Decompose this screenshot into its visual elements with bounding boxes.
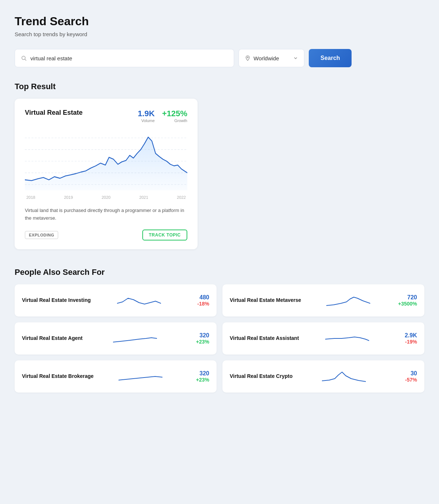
related-growth: -57% bbox=[395, 377, 417, 383]
mini-chart bbox=[119, 368, 162, 385]
related-card[interactable]: Virtual Real Estate Assistant 2.9K -19% bbox=[222, 322, 424, 355]
page-subtitle: Search top trends by keyword bbox=[15, 31, 424, 37]
keyword-input[interactable] bbox=[30, 55, 228, 61]
top-result-card: Virtual Real Estate 1.9K Volume +125% Gr… bbox=[15, 99, 198, 249]
related-card-title: Virtual Real Estate Assistant bbox=[230, 335, 299, 342]
related-volume: 320 bbox=[187, 370, 209, 377]
related-growth: -18% bbox=[187, 301, 209, 307]
volume-value: 1.9K bbox=[138, 109, 154, 118]
related-stats: 320 +23% bbox=[187, 370, 209, 383]
x-label-2020: 2020 bbox=[102, 195, 110, 200]
search-bar: Worldwide Search bbox=[15, 49, 424, 67]
growth-value: +125% bbox=[162, 109, 187, 118]
location-label: Worldwide bbox=[254, 55, 290, 61]
search-button[interactable]: Search bbox=[309, 49, 352, 67]
related-stats: 720 +3500% bbox=[395, 294, 417, 307]
related-card-title: Virtual Real Estate Crypto bbox=[230, 373, 293, 380]
related-volume: 320 bbox=[187, 332, 209, 339]
related-stats: 320 +23% bbox=[187, 332, 209, 345]
x-axis-labels: 2018 2019 2020 2021 2022 bbox=[25, 195, 187, 200]
exploding-badge: EXPLODING bbox=[25, 231, 58, 239]
volume-label: Volume bbox=[138, 118, 154, 123]
card-footer: EXPLODING TRACK TOPIC bbox=[25, 230, 187, 240]
mini-chart bbox=[113, 330, 157, 347]
mini-chart bbox=[117, 292, 161, 309]
card-header: Virtual Real Estate 1.9K Volume +125% Gr… bbox=[25, 109, 187, 123]
track-topic-button[interactable]: TRACK TOPIC bbox=[142, 230, 187, 240]
related-card[interactable]: Virtual Real Estate Metaverse 720 +3500% bbox=[222, 284, 424, 317]
related-growth: +23% bbox=[187, 339, 209, 345]
related-card[interactable]: Virtual Real Estate Crypto 30 -57% bbox=[222, 360, 424, 393]
related-card[interactable]: Virtual Real Estate Investing 480 -18% bbox=[15, 284, 217, 317]
growth-stat: +125% Growth bbox=[162, 109, 187, 123]
location-dropdown[interactable]: Worldwide bbox=[239, 49, 304, 67]
people-also-grid: Virtual Real Estate Investing 480 -18% V… bbox=[15, 284, 424, 393]
related-stats: 2.9K -19% bbox=[395, 332, 417, 345]
search-icon bbox=[21, 55, 27, 61]
volume-stat: 1.9K Volume bbox=[138, 109, 154, 123]
related-card-title: Virtual Real Estate Metaverse bbox=[230, 297, 301, 304]
mini-chart bbox=[322, 368, 366, 385]
svg-point-0 bbox=[22, 56, 25, 60]
chevron-down-icon bbox=[293, 56, 298, 61]
search-input-wrapper bbox=[15, 49, 234, 67]
growth-label: Growth bbox=[162, 118, 187, 123]
svg-point-2 bbox=[247, 57, 248, 58]
related-stats: 480 -18% bbox=[187, 294, 209, 307]
card-stats: 1.9K Volume +125% Growth bbox=[138, 109, 187, 123]
page-title: Trend Search bbox=[15, 15, 424, 28]
related-growth: +3500% bbox=[395, 301, 417, 307]
related-card-title: Virtual Real Estate Brokerage bbox=[22, 373, 94, 380]
x-label-2018: 2018 bbox=[26, 195, 35, 200]
x-label-2019: 2019 bbox=[64, 195, 73, 200]
related-growth: -19% bbox=[395, 339, 417, 345]
related-stats: 30 -57% bbox=[395, 370, 417, 383]
related-card-title: Virtual Real Estate Agent bbox=[22, 335, 83, 342]
x-label-2021: 2021 bbox=[139, 195, 148, 200]
mini-chart bbox=[326, 292, 370, 309]
related-growth: +23% bbox=[187, 377, 209, 383]
mini-chart bbox=[325, 330, 369, 347]
related-volume: 30 bbox=[395, 370, 417, 377]
svg-line-1 bbox=[25, 59, 26, 61]
related-volume: 720 bbox=[395, 294, 417, 301]
top-result-title: Top Result bbox=[15, 82, 424, 91]
location-icon bbox=[245, 55, 251, 61]
related-card[interactable]: Virtual Real Estate Agent 320 +23% bbox=[15, 322, 217, 355]
card-description: Virtual land that is purchased directly … bbox=[25, 207, 187, 222]
related-volume: 480 bbox=[187, 294, 209, 301]
trend-chart bbox=[25, 130, 187, 192]
card-title: Virtual Real Estate bbox=[25, 109, 83, 117]
trend-chart-svg bbox=[25, 130, 187, 192]
related-card-title: Virtual Real Estate Investing bbox=[22, 297, 91, 304]
people-also-title: People Also Search For bbox=[15, 268, 424, 277]
x-label-2022: 2022 bbox=[177, 195, 186, 200]
related-card[interactable]: Virtual Real Estate Brokerage 320 +23% bbox=[15, 360, 217, 393]
related-volume: 2.9K bbox=[395, 332, 417, 339]
